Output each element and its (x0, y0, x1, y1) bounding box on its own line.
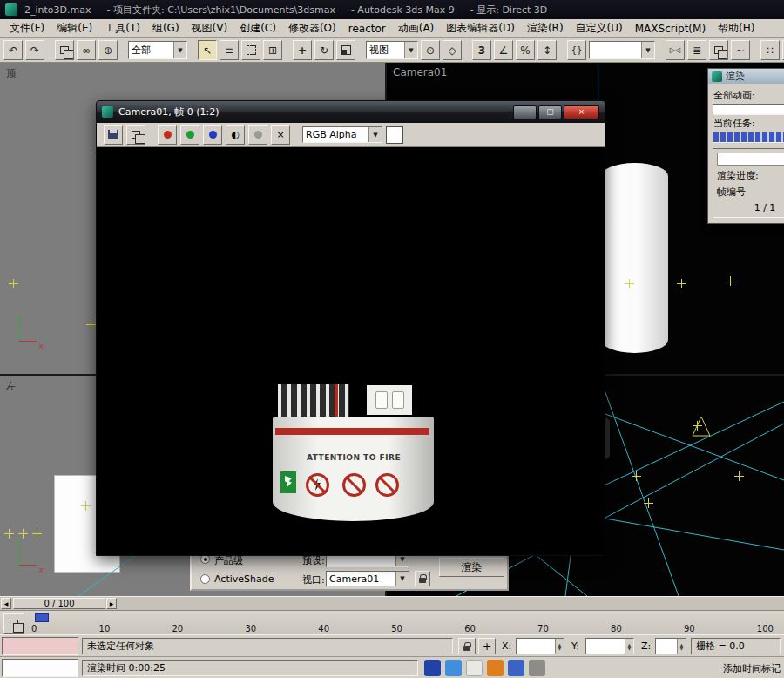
chevron-down-icon[interactable]: ▼ (404, 42, 417, 58)
taskbar-app-icon[interactable] (487, 660, 504, 676)
clear-button[interactable]: × (271, 125, 290, 145)
menu-item-file[interactable]: 文件(F) (3, 19, 51, 37)
helper-gizmo-icon[interactable] (9, 279, 18, 288)
move-button[interactable]: + (293, 40, 312, 60)
helper-gizmo-icon[interactable] (726, 276, 735, 286)
layer-manager-button[interactable] (709, 40, 728, 60)
select-object-button[interactable]: ↖ (198, 40, 217, 60)
mirror-button[interactable]: ▷◁ (666, 40, 685, 60)
next-frame-button[interactable]: ▶ (106, 598, 117, 609)
taskbar-app-icon[interactable] (424, 660, 441, 676)
x-coordinate-field[interactable]: ▲▼ (516, 638, 564, 654)
use-pivot-center-button[interactable]: ⊙ (421, 40, 440, 60)
mini-curve-editor-button[interactable] (3, 613, 24, 634)
add-time-tag[interactable]: 添加时间标记 (723, 662, 781, 675)
bind-to-space-warp-button[interactable]: ⊕ (98, 40, 118, 60)
menu-item-tools[interactable]: 工具(T) (98, 19, 146, 37)
undo-button[interactable]: ↶ (3, 40, 23, 60)
menu-item-graph-editors[interactable]: 图表编辑器(D) (440, 19, 521, 37)
green-channel-button[interactable] (180, 125, 199, 145)
monochrome-button[interactable]: ◐ (226, 125, 245, 145)
render-window-titlebar[interactable]: Camera01, 帧 0 (1:2) – ▢ × (97, 101, 605, 123)
helper-gizmo-icon[interactable] (632, 471, 641, 481)
selection-filter-dropdown[interactable]: 全部 ▼ (128, 41, 187, 59)
chevron-down-icon[interactable]: ▼ (368, 127, 382, 142)
select-and-manipulate-button[interactable]: ◇ (443, 40, 462, 60)
background-color-swatch[interactable] (386, 126, 403, 144)
menu-item-help[interactable]: 帮助(H) (712, 19, 760, 37)
clone-window-button[interactable] (126, 125, 145, 145)
menu-item-edit[interactable]: 编辑(E) (51, 19, 98, 37)
helper-gizmo-icon[interactable] (693, 421, 702, 431)
render-button[interactable]: 渲染 (439, 558, 504, 577)
spinner-icon[interactable]: ▲▼ (677, 639, 686, 654)
helper-gizmo-icon[interactable] (644, 498, 653, 508)
chevron-down-icon[interactable]: ▼ (395, 572, 409, 586)
spinner-snap-button[interactable]: ↕ (537, 40, 557, 60)
named-selection-dropdown[interactable]: ▼ (589, 41, 655, 59)
y-coordinate-field[interactable]: ▲▼ (585, 638, 634, 654)
minimize-button[interactable]: – (513, 105, 537, 119)
menu-item-create[interactable]: 创建(C) (233, 19, 282, 37)
menu-item-modifiers[interactable]: 修改器(O) (282, 19, 342, 37)
reference-coordinate-dropdown[interactable]: 视图 ▼ (366, 41, 418, 59)
maxscript-listener-input[interactable] (2, 659, 78, 677)
rendered-cylinder-object[interactable] (601, 163, 668, 353)
material-editor-button[interactable]: ∷ (760, 40, 780, 60)
selection-lock-button[interactable] (458, 638, 476, 654)
menu-item-animation[interactable]: 动画(A) (392, 19, 441, 37)
select-by-name-button[interactable]: ≡ (220, 40, 239, 60)
z-coordinate-field[interactable]: ▲▼ (655, 638, 686, 654)
spinner-icon[interactable]: ▲▼ (555, 639, 564, 654)
alpha-channel-button[interactable] (248, 125, 267, 145)
maxscript-mini-listener[interactable] (2, 637, 78, 655)
helper-gizmo-icon[interactable] (677, 279, 686, 288)
snap-toggle-button[interactable]: 3 (472, 40, 491, 60)
chevron-down-icon[interactable]: ▼ (641, 42, 654, 58)
redo-button[interactable]: ↷ (25, 40, 44, 60)
viewport-lock-button[interactable] (415, 571, 430, 586)
save-image-button[interactable] (104, 125, 123, 145)
angle-snap-button[interactable]: ∠ (494, 40, 513, 60)
taskbar-app-icon[interactable] (508, 660, 524, 676)
edit-named-selections-button[interactable]: {} (567, 40, 586, 60)
absolute-offset-toggle[interactable]: + (478, 638, 496, 654)
menu-item-reactor[interactable]: reactor (342, 21, 392, 37)
taskbar-app-icon[interactable] (529, 660, 545, 676)
render-canvas[interactable]: ATTENTION TO FIRE (97, 147, 605, 555)
taskbar-app-icon[interactable] (466, 660, 483, 676)
scale-button[interactable] (336, 40, 355, 60)
current-frame-marker[interactable] (35, 613, 49, 622)
blue-channel-button[interactable] (203, 125, 222, 145)
menu-item-views[interactable]: 视图(V) (186, 19, 234, 37)
selection-region-button[interactable] (241, 40, 260, 60)
red-channel-button[interactable] (158, 125, 177, 145)
viewport-top-label[interactable]: 顶 (6, 66, 17, 81)
helper-gizmo-icon[interactable] (625, 279, 634, 288)
align-button[interactable]: ≣ (687, 40, 706, 60)
chevron-down-icon[interactable]: ▼ (173, 42, 186, 58)
menu-item-rendering[interactable]: 渲染(R) (521, 19, 570, 37)
window-crossing-button[interactable]: ⊞ (263, 40, 282, 60)
close-button[interactable]: × (564, 105, 599, 119)
previous-frame-button[interactable]: ◀ (1, 598, 11, 609)
spinner-icon[interactable]: ▲▼ (625, 639, 633, 654)
taskbar-app-icon[interactable] (445, 660, 462, 676)
menu-item-customize[interactable]: 自定义(U) (570, 19, 629, 37)
helper-gizmo-icon[interactable] (86, 320, 96, 329)
progress-dialog-titlebar[interactable]: 渲染 (708, 69, 784, 84)
maximize-button[interactable]: ▢ (538, 105, 562, 119)
viewport-camera-label[interactable]: Camera01 (393, 66, 447, 78)
percent-snap-button[interactable]: % (516, 40, 535, 60)
select-and-link-button[interactable] (55, 40, 74, 60)
rotate-button[interactable]: ↻ (314, 40, 334, 60)
menu-item-maxscript[interactable]: MAXScript(M) (629, 21, 712, 37)
curve-editor-button[interactable]: ~ (731, 40, 750, 60)
unlink-selection-button[interactable]: ∞ (77, 40, 96, 60)
track-bar[interactable]: 0 10 20 30 40 50 60 70 80 90 100 (0, 610, 784, 634)
helper-gizmo-icon[interactable] (734, 471, 744, 481)
menu-item-group[interactable]: 组(G) (146, 19, 186, 37)
time-slider-handle[interactable]: 0 / 100 (13, 598, 105, 609)
channel-display-dropdown[interactable]: RGB Alpha ▼ (302, 126, 382, 143)
activeshade-radio[interactable] (200, 574, 210, 584)
